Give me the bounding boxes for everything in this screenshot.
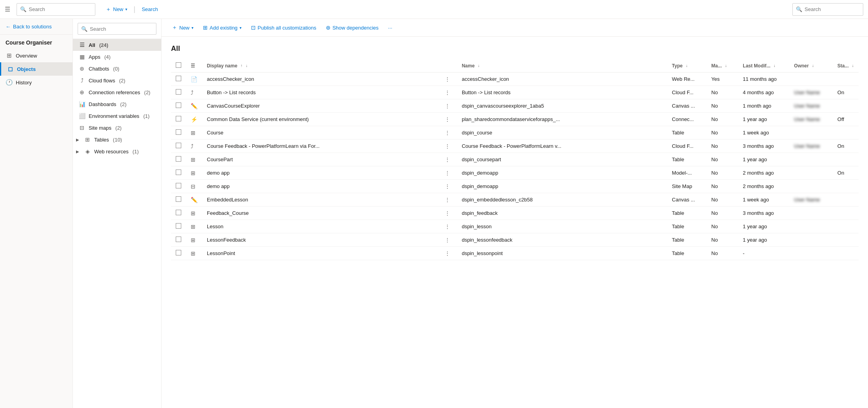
obj-tree-env-vars[interactable]: ⬜ Environment variables (1) [73,110,161,122]
th-status[interactable]: Sta... ↓ [833,59,859,73]
obj-tree-apps[interactable]: ▦ Apps (4) [73,51,161,63]
row-checkbox[interactable] [176,129,181,135]
row-menu-cell[interactable]: ⋮ [438,140,457,153]
row-display-name[interactable]: Button -> List records [202,86,438,99]
th-managed[interactable]: Ma... ↓ [706,59,738,73]
row-menu-cell[interactable]: ⋮ [438,86,457,99]
row-checkbox[interactable] [176,250,181,255]
content-add-existing-button[interactable]: ⊞ Add existing ▾ [199,22,245,33]
row-checkbox-cell[interactable] [171,86,186,99]
row-menu-cell[interactable]: ⋮ [438,180,457,193]
row-checkbox[interactable] [176,196,181,202]
row-checkbox[interactable] [176,76,181,81]
row-context-menu[interactable]: ⋮ [442,89,452,96]
row-display-name[interactable]: LessonPoint [202,247,438,260]
row-context-menu[interactable]: ⋮ [442,142,452,150]
content-show-deps-button[interactable]: ⊛ Show dependencies [322,22,383,33]
row-checkbox-cell[interactable] [171,153,186,166]
row-display-name[interactable]: Lesson [202,220,438,233]
row-context-menu[interactable]: ⋮ [442,250,452,257]
row-checkbox-cell[interactable] [171,207,186,220]
row-menu-cell[interactable]: ⋮ [438,166,457,180]
obj-tree-chatbots[interactable]: ⊛ Chatbots (0) [73,63,161,75]
th-display-name[interactable]: Display name ↑ ↓ [202,59,438,73]
row-context-menu[interactable]: ⋮ [442,223,452,230]
topbar-right-search-input[interactable] [805,6,860,12]
hamburger-icon[interactable]: ☰ [5,6,10,13]
row-context-menu[interactable]: ⋮ [442,236,452,244]
row-checkbox-cell[interactable] [171,166,186,180]
row-checkbox[interactable] [176,210,181,215]
obj-tree-tables[interactable]: ▶ ⊞ Tables (10) [73,134,161,145]
row-display-name[interactable]: CoursePart [202,153,438,166]
row-menu-cell[interactable]: ⋮ [438,153,457,166]
sidebar-item-objects[interactable]: ◻ Objects [0,62,72,76]
row-context-menu[interactable]: ⋮ [442,209,452,217]
row-menu-cell[interactable]: ⋮ [438,220,457,233]
row-checkbox-cell[interactable] [171,113,186,126]
row-checkbox-cell[interactable] [171,247,186,260]
obj-tree-site-maps[interactable]: ⊟ Site maps (2) [73,122,161,134]
row-checkbox[interactable] [176,170,181,175]
row-context-menu[interactable]: ⋮ [442,196,452,203]
row-checkbox[interactable] [176,89,181,95]
row-context-menu[interactable]: ⋮ [442,129,452,136]
back-to-solutions-link[interactable]: ← Back to solutions [0,19,72,35]
row-display-name[interactable]: Common Data Service (current environment… [202,113,438,126]
obj-tree-connection-refs[interactable]: ⊕ Connection references (2) [73,86,161,98]
th-modified[interactable]: Last Modif... ↓ [738,59,789,73]
row-display-name[interactable]: EmbeddedLesson [202,193,438,207]
obj-tree-dashboards[interactable]: 📊 Dashboards (2) [73,98,161,110]
row-checkbox[interactable] [176,143,181,148]
row-menu-cell[interactable]: ⋮ [438,73,457,86]
row-checkbox[interactable] [176,102,181,108]
row-context-menu[interactable]: ⋮ [442,102,452,110]
row-checkbox-cell[interactable] [171,99,186,113]
sidebar-item-overview[interactable]: ⊞ Overview [0,49,72,62]
row-menu-cell[interactable]: ⋮ [438,99,457,113]
row-checkbox-cell[interactable] [171,180,186,193]
th-owner[interactable]: Owner ↓ [789,59,833,73]
row-display-name[interactable]: Course [202,126,438,140]
row-menu-cell[interactable]: ⋮ [438,207,457,220]
obj-search-input[interactable] [90,26,156,32]
header-checkbox[interactable] [176,62,181,68]
row-context-menu[interactable]: ⋮ [442,156,452,163]
row-checkbox-cell[interactable] [171,126,186,140]
row-display-name[interactable]: demo app [202,166,438,180]
row-context-menu[interactable]: ⋮ [442,75,452,83]
row-menu-cell[interactable]: ⋮ [438,233,457,247]
th-checkbox[interactable] [171,59,186,73]
sidebar-item-history[interactable]: 🕐 History [0,76,72,89]
obj-tree-all[interactable]: ☰ All (24) [73,39,161,51]
content-more-button[interactable]: ··· [384,23,396,33]
content-publish-button[interactable]: ⊡ Publish all customizations [247,22,320,33]
row-context-menu[interactable]: ⋮ [442,169,452,177]
row-checkbox[interactable] [176,237,181,242]
row-menu-cell[interactable]: ⋮ [438,193,457,207]
row-context-menu[interactable]: ⋮ [442,183,452,190]
obj-tree-cloud-flows[interactable]: ⤴ Cloud flows (2) [73,75,161,86]
row-checkbox-cell[interactable] [171,73,186,86]
row-context-menu[interactable]: ⋮ [442,116,452,123]
row-checkbox[interactable] [176,223,181,229]
topbar-search-input[interactable] [29,6,92,12]
content-new-button[interactable]: ＋ New ▾ [168,22,197,33]
row-display-name[interactable]: Feedback_Course [202,207,438,220]
row-display-name[interactable]: CanvasCourseExplorer [202,99,438,113]
topbar-search-right-button[interactable]: Search [138,4,162,14]
row-checkbox-cell[interactable] [171,220,186,233]
row-checkbox-cell[interactable] [171,140,186,153]
row-display-name[interactable]: LessonFeedback [202,233,438,247]
row-display-name[interactable]: demo app [202,180,438,193]
th-type[interactable]: Type ↓ [667,59,706,73]
row-checkbox[interactable] [176,183,181,188]
row-menu-cell[interactable]: ⋮ [438,126,457,140]
obj-tree-web-resources[interactable]: ▶ ◈ Web resources (1) [73,145,161,157]
row-checkbox-cell[interactable] [171,193,186,207]
row-menu-cell[interactable]: ⋮ [438,247,457,260]
th-name[interactable]: Name ↓ [457,59,667,73]
row-checkbox[interactable] [176,156,181,162]
row-checkbox-cell[interactable] [171,233,186,247]
topbar-new-button[interactable]: ＋ New ▾ [102,4,131,15]
